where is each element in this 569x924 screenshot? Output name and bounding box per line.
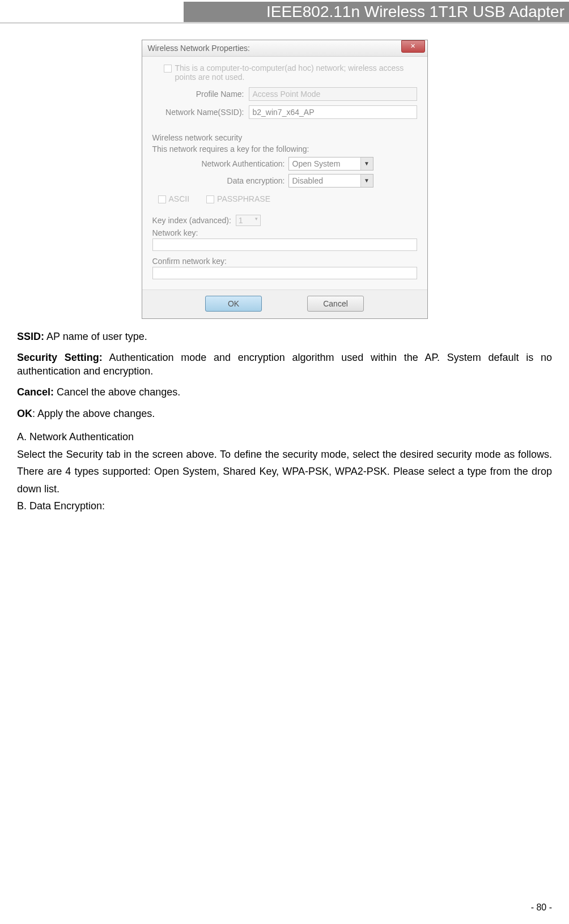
dialog-footer: OK Cancel (142, 289, 427, 318)
encryption-dropdown[interactable]: Disabled ▼ (288, 174, 373, 188)
auth-value: Open System (289, 157, 360, 170)
ssid-row: Network Name(SSID): b2_win7_x64_AP (152, 105, 417, 119)
profile-input[interactable]: Access Point Mode (249, 87, 417, 101)
ascii-label: ASCII (169, 194, 190, 203)
doc-ok-text: : Apply the above changes. (32, 408, 155, 419)
doc-section-b-heading: B. Data Encryption: (17, 497, 552, 515)
key-index-select[interactable]: 1 ▾ (236, 215, 261, 226)
doc-section-a-text: Select the Security tab in the screen ab… (17, 446, 552, 498)
header-banner: IEEE802.11n Wireless 1T1R USB Adapter (184, 2, 569, 22)
auth-dropdown[interactable]: Open System ▼ (288, 157, 373, 171)
ok-button[interactable]: OK (205, 296, 262, 312)
passphrase-item: PASSPHRASE (206, 194, 270, 203)
doc-cancel: Cancel: Cancel the above changes. (17, 386, 552, 399)
doc-security-bold: Security Setting: (17, 352, 103, 363)
confirm-key-input[interactable] (152, 267, 417, 279)
network-key-label: Network key: (152, 228, 417, 237)
security-section-header: Wireless network security (152, 133, 417, 142)
header-divider (0, 23, 569, 23)
cancel-button[interactable]: Cancel (307, 296, 364, 312)
passphrase-checkbox[interactable] (206, 195, 214, 203)
ssid-input[interactable]: b2_win7_x64_AP (249, 105, 417, 119)
profile-row: Profile Name: Access Point Mode (152, 87, 417, 101)
doc-cancel-text: Cancel the above changes. (54, 386, 180, 398)
adhoc-checkbox-row: This is a computer-to-computer(ad hoc) n… (152, 63, 417, 82)
confirm-key-label: Confirm network key: (152, 257, 417, 266)
close-icon: ✕ (410, 42, 415, 49)
adhoc-label: This is a computer-to-computer(ad hoc) n… (175, 63, 417, 82)
dialog-title: Wireless Network Properties: (148, 44, 250, 53)
doc-ssid-text: AP name of user type. (44, 331, 147, 342)
dialog-window: Wireless Network Properties: ✕ This is a… (142, 40, 428, 319)
encryption-label: Data encryption: (152, 176, 288, 185)
doc-ok: OK: Apply the above changes. (17, 407, 552, 420)
doc-ssid-bold: SSID: (17, 331, 44, 342)
network-key-input[interactable] (152, 239, 417, 251)
format-checkbox-row: ASCII PASSPHRASE (158, 194, 417, 203)
doc-section-a-heading: A. Network Authentication (17, 428, 552, 446)
chevron-down-icon: ▼ (360, 174, 373, 187)
doc-ssid: SSID: AP name of user type. (17, 330, 552, 343)
page-content: Wireless Network Properties: ✕ This is a… (17, 40, 552, 515)
adhoc-checkbox[interactable] (164, 65, 172, 73)
chevron-down-icon: ▼ (360, 157, 373, 170)
auth-row: Network Authentication: Open System ▼ (152, 157, 417, 171)
key-index-row: Key index (advanced): 1 ▾ (152, 215, 417, 226)
security-subtext: This network requires a key for the foll… (152, 144, 417, 154)
encryption-row: Data encryption: Disabled ▼ (152, 174, 417, 188)
close-button[interactable]: ✕ (401, 40, 425, 53)
auth-label: Network Authentication: (152, 159, 288, 168)
profile-label: Profile Name: (152, 90, 249, 99)
ascii-item: ASCII (158, 194, 190, 203)
dialog-container: Wireless Network Properties: ✕ This is a… (17, 40, 552, 319)
dialog-body: This is a computer-to-computer(ad hoc) n… (142, 57, 427, 289)
dialog-titlebar: Wireless Network Properties: ✕ (142, 40, 427, 57)
chevron-down-icon: ▾ (255, 216, 258, 225)
ssid-label: Network Name(SSID): (152, 108, 249, 117)
doc-cancel-bold: Cancel: (17, 386, 54, 398)
encryption-value: Disabled (289, 174, 360, 187)
passphrase-label: PASSPHRASE (217, 194, 270, 203)
page-number: - 80 - (531, 902, 552, 913)
ascii-checkbox[interactable] (158, 195, 166, 203)
key-index-label: Key index (advanced): (152, 216, 231, 225)
key-index-value: 1 (239, 216, 243, 225)
doc-security: Security Setting: Authentication mode an… (17, 351, 552, 378)
doc-ok-bold: OK (17, 408, 32, 419)
